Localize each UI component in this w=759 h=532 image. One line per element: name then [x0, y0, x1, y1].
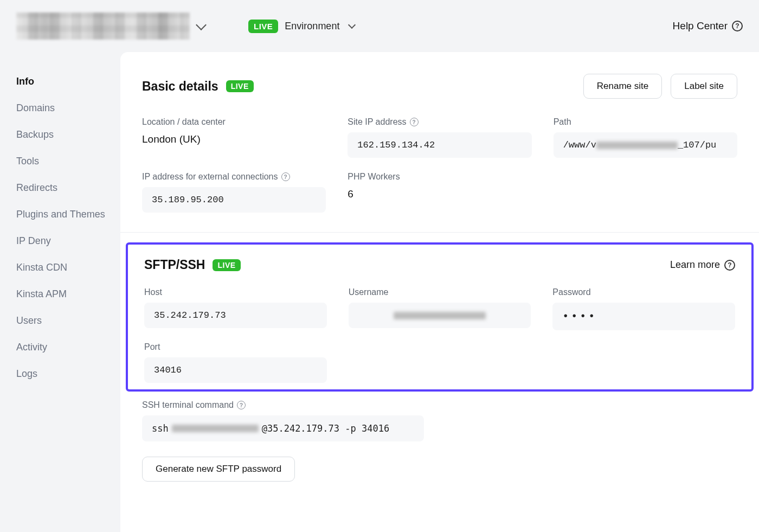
- ssh-command-value[interactable]: ssh @35.242.179.73 -p 34016: [142, 415, 424, 441]
- help-center-label: Help Center: [673, 20, 728, 32]
- live-badge: LIVE: [248, 20, 278, 33]
- field-site-ip: Site IP address ? 162.159.134.42: [348, 117, 531, 158]
- sftp-ssh-title: SFTP/SSH: [144, 258, 205, 272]
- site-ip-label: Site IP address ?: [348, 117, 531, 127]
- ssh-terminal-section: SSH terminal command ? ssh @35.242.179.7…: [120, 392, 759, 503]
- redacted-text: [172, 425, 259, 432]
- location-label: Location / data center: [142, 117, 326, 127]
- port-value[interactable]: 34016: [144, 357, 327, 383]
- sidebar-item-backups[interactable]: Backups: [16, 121, 120, 148]
- location-value: London (UK): [142, 133, 326, 145]
- password-label: Password: [552, 287, 735, 297]
- live-badge: LIVE: [213, 259, 240, 271]
- chevron-down-icon: [196, 20, 207, 30]
- path-label: Path: [554, 117, 737, 127]
- path-value[interactable]: /www/v_107/pu: [554, 132, 737, 158]
- sidebar-item-logs[interactable]: Logs: [16, 361, 120, 387]
- field-username: Username: [349, 287, 531, 330]
- generate-sftp-password-button[interactable]: Generate new SFTP password: [142, 457, 295, 482]
- sidebar-item-tools[interactable]: Tools: [16, 148, 120, 175]
- basic-details-panel: Basic details LIVE Rename site Label sit…: [120, 52, 759, 233]
- sidebar-item-redirects[interactable]: Redirects: [16, 175, 120, 201]
- port-label: Port: [144, 342, 327, 352]
- site-ip-value[interactable]: 162.159.134.42: [348, 132, 531, 158]
- help-icon[interactable]: ?: [410, 118, 419, 126]
- sidebar-item-ip-deny[interactable]: IP Deny: [16, 228, 120, 254]
- username-label: Username: [349, 287, 531, 297]
- rename-site-button[interactable]: Rename site: [583, 74, 662, 99]
- site-switcher[interactable]: [16, 12, 205, 40]
- redacted-text: [394, 312, 486, 319]
- sidebar-item-kinsta-cdn[interactable]: Kinsta CDN: [16, 254, 120, 281]
- sidebar-item-info[interactable]: Info: [16, 68, 120, 95]
- host-value[interactable]: 35.242.179.73: [144, 303, 327, 328]
- host-label: Host: [144, 287, 327, 297]
- password-value[interactable]: ••••: [552, 303, 735, 330]
- sidebar-item-domains[interactable]: Domains: [16, 95, 120, 121]
- main-content: Basic details LIVE Rename site Label sit…: [120, 52, 759, 532]
- field-external-ip: IP address for external connections ? 35…: [142, 172, 326, 213]
- external-ip-label: IP address for external connections ?: [142, 172, 326, 182]
- field-host: Host 35.242.179.73: [144, 287, 327, 330]
- field-location: Location / data center London (UK): [142, 117, 326, 158]
- sidebar-item-activity[interactable]: Activity: [16, 334, 120, 361]
- site-name-redacted: [16, 12, 190, 40]
- help-icon[interactable]: ?: [237, 401, 246, 409]
- help-icon: ?: [724, 260, 735, 271]
- help-center-link[interactable]: Help Center ?: [673, 20, 743, 32]
- learn-more-link[interactable]: Learn more ?: [670, 259, 735, 271]
- sftp-ssh-panel: SFTP/SSH LIVE Learn more ? Host 35.242.1…: [126, 242, 754, 392]
- environment-switcher[interactable]: LIVE Environment: [248, 20, 355, 33]
- field-password: Password ••••: [552, 287, 735, 330]
- external-ip-value[interactable]: 35.189.95.200: [142, 187, 326, 213]
- chevron-down-icon: [348, 21, 356, 29]
- environment-label: Environment: [285, 21, 339, 32]
- php-workers-label: PHP Workers: [348, 172, 531, 182]
- label-site-button[interactable]: Label site: [671, 74, 737, 99]
- learn-more-label: Learn more: [670, 259, 720, 271]
- live-badge: LIVE: [226, 80, 254, 92]
- sidebar-item-plugins-themes[interactable]: Plugins and Themes: [16, 201, 120, 228]
- php-workers-value: 6: [348, 188, 531, 200]
- field-port: Port 34016: [144, 342, 327, 383]
- sidebar-item-users[interactable]: Users: [16, 307, 120, 334]
- top-bar: LIVE Environment Help Center ?: [0, 0, 759, 52]
- field-php-workers: PHP Workers 6: [348, 172, 531, 213]
- sidebar-item-kinsta-apm[interactable]: Kinsta APM: [16, 281, 120, 307]
- sidebar-nav: Info Domains Backups Tools Redirects Plu…: [0, 52, 120, 532]
- username-value[interactable]: [349, 303, 531, 328]
- field-path: Path /www/v_107/pu: [554, 117, 737, 158]
- ssh-command-label: SSH terminal command ?: [142, 400, 737, 410]
- help-icon[interactable]: ?: [281, 172, 290, 181]
- help-icon: ?: [732, 21, 743, 31]
- redacted-text: [596, 142, 678, 149]
- basic-details-title: Basic details: [142, 79, 218, 94]
